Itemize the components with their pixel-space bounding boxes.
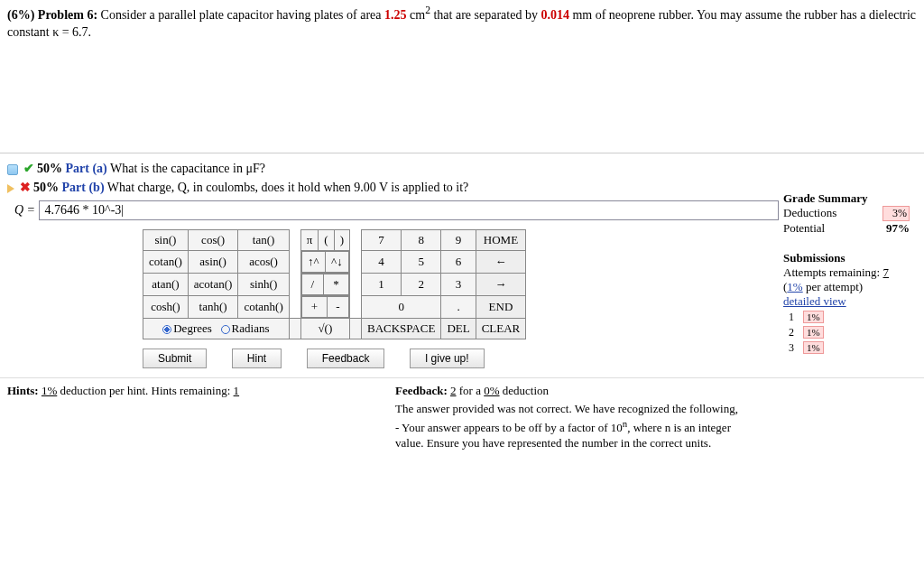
hints-feedback-row: Hints: 1% deduction per hint. Hints rema… [0, 377, 924, 468]
action-buttons: Submit Hint Feedback I give up! [143, 349, 792, 368]
key-3[interactable]: 3 [441, 274, 476, 296]
submissions-panel: Submissions Attempts remaining: 7 (1% pe… [783, 251, 910, 357]
answer-variable: Q = [14, 203, 35, 217]
key-9[interactable]: 9 [441, 230, 476, 251]
key-end[interactable]: END [476, 296, 526, 319]
answer-row: Q = 4.7646 * 10^-3| [7, 197, 917, 229]
key-minus[interactable]: - [327, 297, 348, 318]
part-a-row[interactable]: ✔ 50% Part (a) What is the capacitance i… [7, 159, 917, 178]
key-5[interactable]: 5 [402, 251, 441, 274]
hint-cost: 1% [42, 384, 57, 397]
key-sup-up[interactable]: ↑^ [301, 252, 325, 273]
keypad: sin() cos() tan() π ( ) 7 8 9 HOME cotan… [143, 229, 792, 368]
current-arrow-icon [7, 184, 14, 193]
degrees-radio[interactable] [162, 325, 171, 334]
fn-atan[interactable]: atan() [143, 274, 189, 296]
feedback-button[interactable]: Feedback [307, 349, 385, 368]
hints-remaining: 1 [234, 384, 240, 397]
fn-cotanh[interactable]: cotanh() [238, 296, 289, 319]
feedback-cost: 0% [484, 384, 499, 397]
fn-cos[interactable]: cos() [188, 230, 238, 251]
key-7[interactable]: 7 [361, 230, 401, 251]
key-rparen[interactable]: ) [334, 230, 349, 251]
key-lparen[interactable]: ( [319, 230, 334, 251]
problem-weight: (6%) [7, 8, 34, 22]
part-a-question: What is the capacitance in μF? [110, 162, 265, 175]
submission-history: 11% 21% 31% [783, 309, 829, 357]
hint-button[interactable]: Hint [232, 349, 282, 368]
check-icon: ✔ [23, 162, 34, 175]
key-sqrt[interactable]: √() [300, 319, 349, 339]
key-6[interactable]: 6 [441, 251, 476, 274]
radians-radio[interactable] [221, 325, 230, 334]
separation-value: 0.014 [541, 8, 569, 22]
key-star[interactable]: * [323, 274, 348, 295]
key-2[interactable]: 2 [402, 274, 441, 296]
key-clear[interactable]: CLEAR [476, 319, 526, 339]
parts-list: ✔ 50% Part (a) What is the capacitance i… [0, 153, 924, 197]
fn-tan[interactable]: tan() [238, 230, 289, 251]
key-del[interactable]: DEL [441, 319, 476, 339]
key-slash[interactable]: / [301, 274, 323, 295]
key-backspace[interactable]: BACKSPACE [361, 319, 440, 339]
x-icon: ✖ [20, 181, 31, 194]
key-home[interactable]: HOME [476, 230, 526, 251]
problem-text: Consider a parallel plate capacitor havi… [101, 8, 384, 22]
grade-summary: Grade Summary Deductions3% Potential97% [783, 191, 910, 236]
angle-mode: Degrees Radians [143, 319, 290, 339]
submit-button[interactable]: Submit [143, 349, 207, 368]
part-b-question: What charge, Q, in coulombs, does it hol… [107, 181, 469, 194]
fn-asin[interactable]: asin() [188, 251, 238, 274]
answer-input[interactable]: 4.7646 * 10^-3| [39, 200, 779, 220]
detailed-view-link[interactable]: detailed view [783, 294, 846, 308]
fn-acotan[interactable]: acotan() [188, 274, 238, 296]
expand-icon[interactable] [7, 164, 18, 175]
key-4[interactable]: 4 [361, 251, 401, 274]
problem-statement: (6%) Problem 6: Consider a parallel plat… [0, 0, 924, 153]
fn-sinh[interactable]: sinh() [238, 274, 289, 296]
fn-acos[interactable]: acos() [238, 251, 289, 274]
per-attempt-link[interactable]: 1% [787, 280, 802, 293]
feedback-message: The answer provided was not correct. We … [395, 398, 738, 462]
problem-title: Problem 6: [38, 8, 97, 22]
giveup-button[interactable]: I give up! [410, 349, 485, 368]
fn-tanh[interactable]: tanh() [188, 296, 238, 319]
key-pi[interactable]: π [300, 230, 319, 251]
key-left[interactable]: ← [476, 251, 526, 274]
key-plus[interactable]: + [301, 297, 327, 318]
key-right[interactable]: → [476, 274, 526, 296]
key-8[interactable]: 8 [402, 230, 441, 251]
attempts-remaining: 7 [882, 265, 889, 279]
fn-cotan[interactable]: cotan() [143, 251, 189, 274]
part-b-row[interactable]: ✖ 50% Part (b) What charge, Q, in coulom… [7, 178, 917, 197]
grade-summary-title: Grade Summary [783, 191, 868, 205]
key-dot[interactable]: . [441, 296, 476, 319]
key-0[interactable]: 0 [361, 296, 440, 319]
potential-value: 97% [886, 221, 910, 236]
area-value: 1.25 [384, 8, 407, 22]
submissions-title: Submissions [783, 251, 845, 265]
fn-sin[interactable]: sin() [143, 230, 189, 251]
deductions-value: 3% [882, 206, 910, 221]
fn-cosh[interactable]: cosh() [143, 296, 189, 319]
key-1[interactable]: 1 [361, 274, 401, 296]
key-sup-dn[interactable]: ^↓ [325, 252, 348, 273]
